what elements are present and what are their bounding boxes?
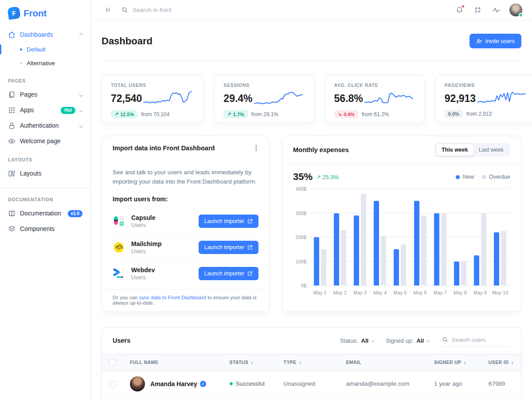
bar-group[interactable]: May 8 — [454, 189, 466, 286]
users-card: Users Status: All Signed up: All — [102, 327, 521, 399]
activity-button[interactable] — [490, 4, 502, 16]
stat-card-total-users[interactable]: TOTAL USERS 72,540 ↗12.5% from 70,104 — [102, 74, 203, 123]
bar-group[interactable]: May 2 — [334, 189, 346, 286]
bar-new[interactable] — [374, 201, 379, 286]
sidebar-item-apps[interactable]: Apps Hot — [0, 102, 90, 118]
sort-icon[interactable]: ▲▼ — [463, 361, 466, 365]
sidebar-subitem-label: Alternative — [27, 60, 55, 66]
sidebar-item-components[interactable]: Components — [0, 221, 90, 237]
house-icon — [8, 31, 16, 39]
bar-new[interactable] — [314, 237, 319, 286]
bar-overdue[interactable] — [421, 215, 426, 286]
apps-menu-button[interactable] — [472, 4, 483, 16]
sidebar-item-default[interactable]: Default — [0, 43, 90, 56]
more-options-button[interactable] — [254, 143, 259, 153]
bar-overdue[interactable] — [461, 262, 466, 286]
x-axis-label: May 3 — [353, 290, 367, 295]
bar-new[interactable] — [394, 249, 399, 286]
x-axis-label: May 2 — [333, 290, 347, 295]
sparkline-chart — [253, 89, 305, 108]
tab-last-week[interactable]: Last week — [473, 144, 509, 156]
select-all-checkbox[interactable] — [109, 359, 116, 366]
column-status[interactable]: STATUS▲▼ — [223, 354, 277, 371]
bar-group[interactable]: May 7 — [434, 189, 446, 286]
table-row[interactable]: Amanda Harvey✓ Successful Unassigned ama… — [102, 371, 521, 397]
bar-overdue[interactable] — [321, 249, 326, 286]
sync-data-link[interactable]: sync data to Front Dashboard — [139, 295, 206, 300]
sidebar-item-label: Documentation — [20, 210, 63, 217]
bar-overdue[interactable] — [441, 213, 446, 286]
global-search-input[interactable] — [133, 7, 230, 13]
main-area: Dashboard Invite users TOTAL USERS 72,54… — [91, 0, 532, 399]
bar-new[interactable] — [434, 213, 439, 286]
notifications-button[interactable] — [454, 4, 465, 16]
bar-new[interactable] — [414, 201, 419, 286]
column-signed-up[interactable]: SIGNED UP▲▼ — [427, 354, 481, 371]
sidebar-heading-documentation: DOCUMENTATION — [0, 189, 90, 206]
user-id: 67326 — [481, 397, 521, 399]
sidebar-item-welcome[interactable]: Welcome page — [0, 133, 90, 149]
trend-badge: ↘4.4% — [334, 110, 358, 118]
column-type[interactable]: TYPE▲▼ — [277, 354, 339, 371]
page-title: Dashboard — [102, 35, 153, 47]
global-search[interactable] — [121, 7, 230, 13]
bar-group[interactable]: May 3 — [354, 189, 366, 286]
launch-importer-button[interactable]: Launch importer — [199, 215, 258, 228]
sidebar-item-dashboards[interactable]: Dashboards — [0, 27, 90, 43]
sidebar-item-label: Apps — [20, 107, 56, 113]
stat-card-pageviews[interactable]: PAGEVIEWS 92,913 0.0% from 2,913 — [435, 74, 532, 123]
bar-new[interactable] — [494, 232, 499, 286]
stat-card-sessions[interactable]: SESSIONS 29.4% ↗1.7% from 29.1% — [214, 74, 314, 123]
signed-up-filter[interactable]: Signed up: All — [386, 337, 430, 344]
y-axis-tick: 300$ — [296, 211, 306, 216]
collapse-sidebar-button[interactable] — [103, 5, 113, 15]
import-description: See and talk to your users and leads imm… — [113, 168, 258, 187]
sidebar-item-layouts[interactable]: Layouts — [0, 166, 90, 181]
sidebar-item-pages[interactable]: Pages — [0, 87, 90, 102]
status-filter[interactable]: Status: All — [340, 337, 374, 344]
launch-importer-button[interactable]: Launch importer — [199, 241, 258, 254]
search-icon — [121, 7, 128, 13]
stat-card-click-rate[interactable]: AVG. CLICK RATE 56.8% ↘4.4% from 61.2% — [325, 74, 425, 123]
sidebar-item-authentication[interactable]: Authentication — [0, 118, 90, 133]
bar-group[interactable]: May 1 — [314, 189, 326, 286]
invite-users-button[interactable]: Invite users — [469, 34, 521, 48]
tab-this-week[interactable]: This week — [436, 144, 473, 156]
bar-overdue[interactable] — [481, 213, 486, 286]
stat-label: TOTAL USERS — [111, 82, 194, 88]
sidebar-item-alternative[interactable]: Alternative — [0, 56, 90, 70]
table-row[interactable]: A Anne Richard Successful Subscription a… — [102, 397, 521, 399]
eye-icon — [8, 137, 16, 145]
row-checkbox[interactable] — [109, 381, 116, 387]
bar-overdue[interactable] — [361, 194, 366, 286]
layers-icon — [8, 225, 16, 233]
bar-new[interactable] — [334, 213, 339, 286]
bar-new[interactable] — [474, 255, 479, 286]
bar-group[interactable]: May 10 — [494, 189, 506, 286]
bar-overdue[interactable] — [501, 231, 506, 286]
launch-importer-button[interactable]: Launch importer — [199, 267, 258, 280]
bar-group[interactable]: May 4 — [374, 189, 386, 286]
users-search-input[interactable] — [452, 336, 509, 343]
column-user-id[interactable]: USER ID▲▼ — [481, 354, 521, 371]
user-avatar[interactable] — [509, 4, 522, 16]
sort-icon[interactable]: ▲▼ — [299, 361, 302, 365]
users-search[interactable] — [441, 335, 510, 347]
bar-new[interactable] — [354, 215, 359, 286]
sidebar-item-documentation[interactable]: Documentation v1.0 — [0, 206, 90, 221]
import-card: Import data into Front Dashboard See and… — [102, 136, 270, 312]
bar-overdue[interactable] — [381, 236, 386, 286]
bar-new[interactable] — [454, 262, 459, 286]
bar-overdue[interactable] — [401, 244, 406, 286]
bar-overdue[interactable] — [341, 230, 346, 286]
column-full-name[interactable]: FULL NAME — [123, 354, 223, 371]
bar-group[interactable]: May 5 — [394, 189, 406, 286]
sort-icon[interactable]: ▲▼ — [250, 361, 254, 365]
brand-logo[interactable]: F Front — [0, 4, 90, 27]
bar-group[interactable]: May 9 — [474, 189, 486, 286]
user-id: 67989 — [481, 371, 521, 397]
column-email[interactable]: EMAIL — [339, 354, 427, 371]
bar-group[interactable]: May 6 — [414, 189, 426, 286]
sort-icon[interactable]: ▲▼ — [511, 361, 514, 365]
trend-badge: 0.0% — [445, 110, 463, 118]
